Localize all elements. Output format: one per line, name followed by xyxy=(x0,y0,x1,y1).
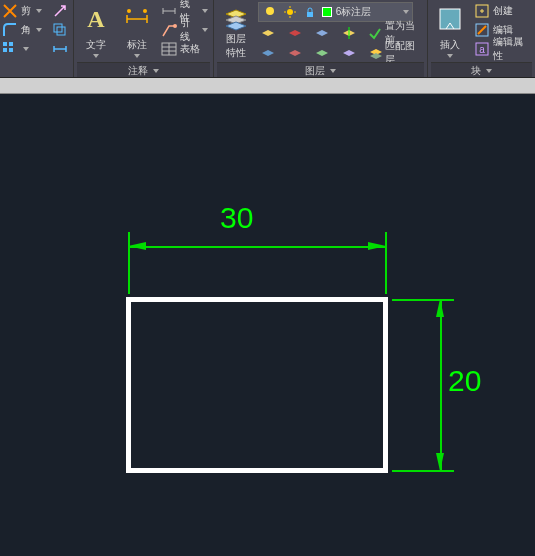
dimension-arrow xyxy=(368,242,386,250)
svg-rect-1 xyxy=(9,42,13,46)
text-button[interactable]: A 文字 xyxy=(77,2,115,60)
table-button[interactable]: 表格 xyxy=(159,40,210,58)
explode-button[interactable] xyxy=(50,2,70,20)
check-icon xyxy=(368,25,383,41)
layer-tool-2[interactable] xyxy=(285,24,305,42)
array-icon xyxy=(2,41,18,57)
table-icon xyxy=(161,41,177,57)
text-icon: A xyxy=(81,4,111,34)
dimension-arrow xyxy=(128,242,146,250)
layer-properties-icon xyxy=(221,4,251,32)
edit-icon xyxy=(474,22,490,38)
explode-icon xyxy=(52,3,68,19)
create-block-button[interactable]: 创建 xyxy=(472,2,532,20)
layer-tool-icon-6 xyxy=(287,45,303,61)
leader-button[interactable]: 引线 xyxy=(159,21,210,39)
svg-text:a: a xyxy=(479,44,485,55)
trim-button[interactable]: 剪 xyxy=(0,2,44,20)
sun-icon xyxy=(282,4,298,20)
fillet-button[interactable]: 角 xyxy=(0,21,44,39)
extension-line xyxy=(392,299,454,301)
edit-attrs-icon: a xyxy=(474,41,490,57)
extension-line xyxy=(392,470,454,472)
create-icon xyxy=(474,3,490,19)
svg-point-9 xyxy=(173,24,177,28)
stretch-icon xyxy=(52,41,68,57)
svg-point-7 xyxy=(127,9,131,13)
layer-tool-4[interactable] xyxy=(339,24,359,42)
ribbon-group-label: 注释 xyxy=(77,62,210,77)
rectangle-edge xyxy=(126,297,131,473)
offset-icon xyxy=(52,22,68,38)
bulb-icon xyxy=(262,4,278,20)
lock-icon xyxy=(302,4,318,20)
svg-point-8 xyxy=(143,9,147,13)
layer-tool-5[interactable] xyxy=(258,44,278,62)
linear-icon xyxy=(161,3,177,19)
dimension-line-horizontal xyxy=(128,246,386,248)
svg-rect-2 xyxy=(3,48,7,52)
rectangle-edge xyxy=(383,297,388,473)
scissors-icon xyxy=(2,3,18,19)
rectangle-edge xyxy=(126,468,388,473)
ribbon-group-modify: 剪 角 xyxy=(0,0,74,77)
layer-tool-icon-5 xyxy=(260,45,276,61)
layer-tool-icon-1 xyxy=(260,25,276,41)
insert-button[interactable]: 插入 xyxy=(431,2,469,60)
dimension-value-vertical: 20 xyxy=(448,364,481,398)
edit-attrs-button[interactable]: a 编辑属性 xyxy=(472,40,532,58)
match-layer-button[interactable]: 匹配图层 xyxy=(366,44,424,62)
layer-tool-3[interactable] xyxy=(312,24,332,42)
layer-properties-button[interactable]: 图层 特性 xyxy=(217,2,255,60)
offset-button[interactable] xyxy=(50,21,70,39)
array-button[interactable] xyxy=(0,40,44,58)
dimension-arrow xyxy=(436,299,444,317)
svg-point-12 xyxy=(287,9,293,15)
document-tabbar[interactable] xyxy=(0,78,535,94)
svg-text:A: A xyxy=(87,6,105,32)
layer-tool-1[interactable] xyxy=(258,24,278,42)
layer-tool-6[interactable] xyxy=(285,44,305,62)
fillet-icon xyxy=(2,22,18,38)
ribbon-toolbar: 剪 角 xyxy=(0,0,535,78)
ribbon-group-label: 块 xyxy=(431,62,532,77)
layer-tool-icon-3 xyxy=(314,25,330,41)
drawing-canvas[interactable]: 30 20 xyxy=(0,94,535,556)
ribbon-group-annotation: A 文字 标注 线性 xyxy=(74,0,214,77)
layer-name: 6标注层 xyxy=(336,5,397,19)
dimension-arrow xyxy=(436,453,444,471)
layer-tool-icon-4 xyxy=(341,25,357,41)
dimension-button[interactable]: 标注 xyxy=(118,2,156,60)
svg-rect-13 xyxy=(307,12,313,17)
svg-point-11 xyxy=(266,7,274,15)
match-icon xyxy=(368,45,383,61)
ribbon-group-layers: 图层 特性 6标注层 置为当 xyxy=(214,0,428,77)
ribbon-group-label: 图层 xyxy=(217,62,424,77)
dimension-line-vertical xyxy=(440,299,442,471)
rectangle-edge xyxy=(126,297,388,302)
layer-tool-icon-8 xyxy=(341,45,357,61)
svg-rect-4 xyxy=(54,24,62,32)
layer-tool-7[interactable] xyxy=(312,44,332,62)
leader-icon xyxy=(161,22,177,38)
dimension-icon xyxy=(122,4,152,34)
ribbon-group-block: 插入 创建 编辑 a 编辑属性 块 xyxy=(428,0,535,77)
layer-tool-8[interactable] xyxy=(339,44,359,62)
dimension-value-horizontal: 30 xyxy=(220,201,253,235)
layer-tool-icon-2 xyxy=(287,25,303,41)
svg-rect-5 xyxy=(57,27,65,35)
layer-color-swatch xyxy=(322,7,332,17)
svg-rect-14 xyxy=(440,9,460,29)
insert-icon xyxy=(435,4,465,34)
svg-rect-0 xyxy=(3,42,7,46)
svg-rect-3 xyxy=(9,48,13,52)
layer-tool-icon-7 xyxy=(314,45,330,61)
stretch-button[interactable] xyxy=(50,40,70,58)
